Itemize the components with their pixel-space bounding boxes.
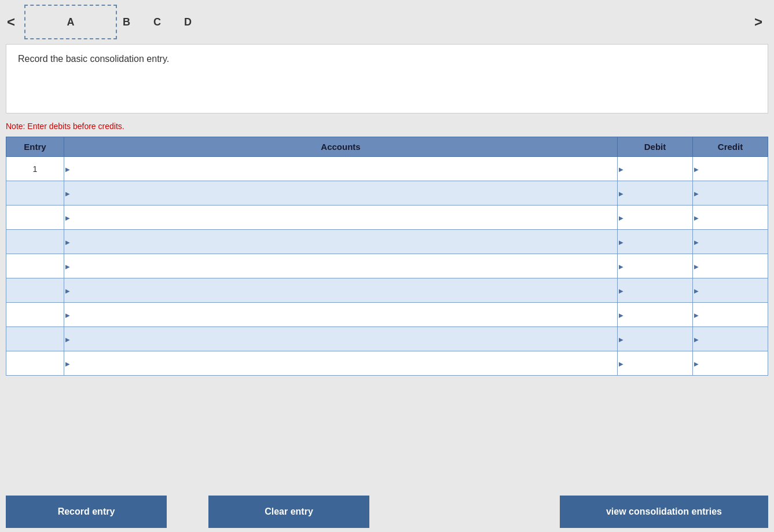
left-nav-arrow[interactable]: <: [0, 14, 22, 30]
entry-cell-6: [6, 303, 64, 327]
accounts-cell-2[interactable]: ▶: [64, 206, 618, 230]
table-row: ▶▶▶: [6, 254, 768, 278]
credit-input-6[interactable]: [695, 304, 765, 326]
debit-input-4[interactable]: [620, 255, 690, 277]
debit-cell-7[interactable]: ▶: [618, 327, 693, 351]
debit-input-7[interactable]: [620, 328, 690, 350]
table-row: ▶▶▶: [6, 303, 768, 327]
header-credit: Credit: [693, 137, 768, 157]
debit-cell-4[interactable]: ▶: [618, 254, 693, 278]
debit-input-3[interactable]: [620, 231, 690, 253]
debit-cell-8[interactable]: ▶: [618, 351, 693, 376]
accounts-input-8[interactable]: [67, 353, 615, 375]
entry-cell-4: [6, 254, 64, 278]
accounts-input-2[interactable]: [67, 207, 615, 229]
debit-input-8[interactable]: [620, 353, 690, 375]
accounts-cell-5[interactable]: ▶: [64, 278, 618, 303]
entry-cell-3: [6, 230, 64, 254]
debit-input-0[interactable]: [620, 158, 690, 180]
record-entry-button[interactable]: Record entry: [6, 496, 167, 528]
debit-cell-2[interactable]: ▶: [618, 206, 693, 230]
col-d-header: D: [184, 16, 192, 28]
debit-input-2[interactable]: [620, 207, 690, 229]
credit-cell-0[interactable]: ▶: [693, 157, 768, 181]
accounts-cell-3[interactable]: ▶: [64, 230, 618, 254]
accounts-input-4[interactable]: [67, 255, 615, 277]
table-row: ▶▶▶: [6, 230, 768, 254]
debit-cell-1[interactable]: ▶: [618, 181, 693, 206]
col-a-header: A: [24, 5, 117, 39]
credit-cell-6[interactable]: ▶: [693, 303, 768, 327]
instruction-text: Record the basic consolidation entry.: [18, 54, 169, 64]
accounts-input-0[interactable]: [67, 158, 615, 180]
debit-input-6[interactable]: [620, 304, 690, 326]
credit-input-5[interactable]: [695, 280, 765, 302]
clear-entry-button[interactable]: Clear entry: [208, 496, 369, 528]
table-row: ▶▶▶: [6, 206, 768, 230]
credit-cell-1[interactable]: ▶: [693, 181, 768, 206]
debit-cell-3[interactable]: ▶: [618, 230, 693, 254]
note-text: Note: Enter debits before credits.: [6, 122, 768, 131]
accounts-cell-4[interactable]: ▶: [64, 254, 618, 278]
credit-input-0[interactable]: [695, 158, 765, 180]
table-row: ▶▶▶: [6, 181, 768, 206]
debit-cell-6[interactable]: ▶: [618, 303, 693, 327]
accounts-cell-7[interactable]: ▶: [64, 327, 618, 351]
debit-cell-5[interactable]: ▶: [618, 278, 693, 303]
credit-cell-8[interactable]: ▶: [693, 351, 768, 376]
credit-input-4[interactable]: [695, 255, 765, 277]
credit-input-8[interactable]: [695, 353, 765, 375]
header-entry: Entry: [6, 137, 64, 157]
debit-input-5[interactable]: [620, 280, 690, 302]
header-debit: Debit: [618, 137, 693, 157]
credit-cell-5[interactable]: ▶: [693, 278, 768, 303]
credit-cell-3[interactable]: ▶: [693, 230, 768, 254]
accounts-input-7[interactable]: [67, 328, 615, 350]
instruction-box: Record the basic consolidation entry.: [6, 44, 768, 113]
buttons-row: Record entry Clear entry view consolidat…: [0, 491, 774, 532]
table-row: ▶▶▶: [6, 351, 768, 376]
col-b-header: B: [123, 16, 130, 28]
accounts-cell-6[interactable]: ▶: [64, 303, 618, 327]
table-row: ▶▶▶: [6, 278, 768, 303]
col-c-header: C: [153, 16, 161, 28]
accounts-cell-0[interactable]: ▶: [64, 157, 618, 181]
entry-cell-8: [6, 351, 64, 376]
view-consolidation-button[interactable]: view consolidation entries: [560, 496, 768, 528]
credit-input-3[interactable]: [695, 231, 765, 253]
accounts-input-1[interactable]: [67, 182, 615, 204]
accounts-cell-1[interactable]: ▶: [64, 181, 618, 206]
journal-table: Entry Accounts Debit Credit 1▶▶▶▶▶▶▶▶▶▶▶…: [6, 137, 768, 376]
table-row: ▶▶▶: [6, 327, 768, 351]
header-accounts: Accounts: [64, 137, 618, 157]
col-labels: B C D: [123, 16, 192, 28]
entry-cell-0: 1: [6, 157, 64, 181]
column-headers: < A B C D >: [0, 0, 774, 44]
credit-cell-2[interactable]: ▶: [693, 206, 768, 230]
entry-cell-7: [6, 327, 64, 351]
credit-cell-4[interactable]: ▶: [693, 254, 768, 278]
accounts-cell-8[interactable]: ▶: [64, 351, 618, 376]
entry-cell-5: [6, 278, 64, 303]
credit-cell-7[interactable]: ▶: [693, 327, 768, 351]
credit-input-2[interactable]: [695, 207, 765, 229]
credit-input-7[interactable]: [695, 328, 765, 350]
table-row: 1▶▶▶: [6, 157, 768, 181]
entry-cell-2: [6, 206, 64, 230]
accounts-input-6[interactable]: [67, 304, 615, 326]
right-nav-arrow[interactable]: >: [754, 14, 762, 30]
table-header-row: Entry Accounts Debit Credit: [6, 137, 768, 157]
debit-input-1[interactable]: [620, 182, 690, 204]
entry-cell-1: [6, 181, 64, 206]
debit-cell-0[interactable]: ▶: [618, 157, 693, 181]
accounts-input-3[interactable]: [67, 231, 615, 253]
credit-input-1[interactable]: [695, 182, 765, 204]
accounts-input-5[interactable]: [67, 280, 615, 302]
